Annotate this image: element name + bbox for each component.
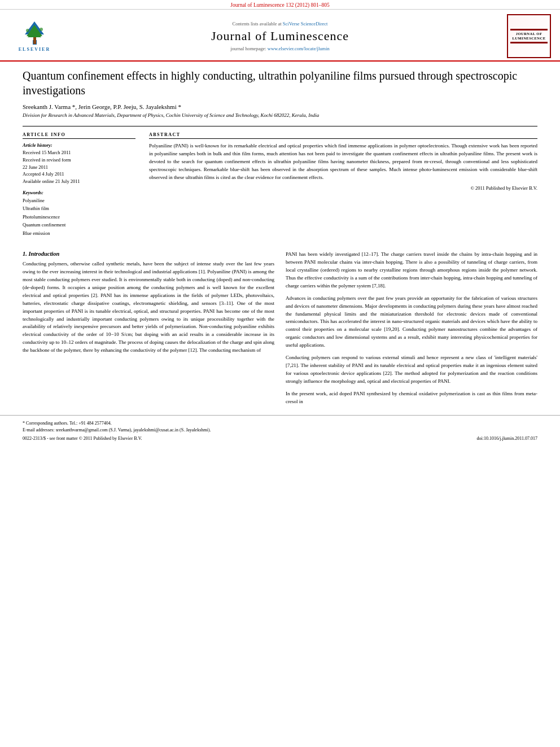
email-1: sreekanthvarma@gmail.com (S.J. Varma),: [56, 427, 133, 433]
keyword-4: Quantum confinement: [23, 221, 135, 229]
elsevier-logo: ELSEVIER: [9, 20, 60, 52]
footer-area: * Corresponding authors. Tel.: +91 484 2…: [0, 415, 560, 443]
paper-body: Quantum confinement effects in highly co…: [0, 62, 560, 244]
footnote-star: * Corresponding authors. Tel.: +91 484 2…: [23, 420, 537, 427]
footnote: * Corresponding authors. Tel.: +91 484 2…: [23, 420, 537, 434]
elsevier-name: ELSEVIER: [19, 47, 50, 52]
journal-homepage-link[interactable]: www.elsevier.com/locate/jlumin: [268, 46, 330, 51]
keyword-5: Blue emission: [23, 229, 135, 237]
article-title: Quantum confinement effects in highly co…: [23, 68, 537, 98]
journal-citation-bar: Journal of Luminescence 132 (2012) 801–8…: [0, 0, 560, 10]
intro-right-para-2: Advances in conducting polymers over the…: [286, 295, 537, 350]
journal-title: Journal of Luminescence: [60, 29, 500, 43]
accepted-date: Accepted 4 July 2011: [23, 171, 135, 178]
luminescence-badge: JOURNAL OF LUMINESCENCE: [507, 14, 551, 58]
intro-section-title: 1. Introduction: [23, 251, 274, 257]
abstract-body: Polyaniline (PANI) is well-known for its…: [149, 142, 537, 182]
email-label: E-mail addresses:: [23, 427, 55, 433]
received-revised-label: Received in revised form: [23, 156, 135, 164]
journal-homepage: journal homepage: www.elsevier.com/locat…: [60, 46, 500, 51]
article-info-col: ARTICLE INFO Article history: Received 1…: [23, 132, 135, 237]
intro-left-para-1: Conducting polymers, otherwise called sy…: [23, 260, 274, 355]
svg-rect-4: [33, 37, 36, 44]
badge-stripe-bottom: [510, 42, 548, 43]
badge-title: JOURNAL OF LUMINESCENCE: [512, 32, 545, 41]
email-line: E-mail addresses: sreekanthvarma@gmail.c…: [23, 427, 537, 434]
authors-line: Sreekanth J. Varma *, Jerin George, P.P.…: [23, 103, 537, 110]
sciverse-link[interactable]: SciVerse ScienceDirect: [283, 21, 328, 27]
sciverse-line: Contents lists available at SciVerse Sci…: [60, 21, 500, 27]
email-2: jayalekshmi@cusat.ac.in (S. Jayalekshmi)…: [133, 427, 211, 433]
abstract-col: ABSTRACT Polyaniline (PANI) is well-know…: [149, 132, 537, 237]
intro-right-para-3: Conducting polymers can respond to vario…: [286, 354, 537, 386]
abstract-header: ABSTRACT: [149, 132, 537, 139]
svg-point-6: [40, 28, 43, 31]
affiliation-line: Division for Research in Advanced Materi…: [23, 112, 537, 118]
elsevier-tree-icon: [19, 20, 50, 46]
svg-point-5: [26, 29, 29, 32]
journal-header: ELSEVIER Contents lists available at Sci…: [0, 10, 560, 62]
copyright-line: © 2011 Published by Elsevier B.V.: [149, 185, 537, 191]
article-info-abstract-section: ARTICLE INFO Article history: Received 1…: [23, 126, 537, 237]
keywords-label: Keywords:: [23, 190, 135, 195]
doi-line: doi:10.1016/j.jlumin.2011.07.017: [477, 436, 537, 441]
issn-line: 0022-2313/$ - see front matter © 2011 Pu…: [23, 436, 142, 441]
history-label: Article history:: [23, 142, 135, 148]
journal-badge-area: JOURNAL OF LUMINESCENCE: [500, 14, 551, 58]
keywords-list: Polyaniline Ultrathin film Photoluminesc…: [23, 196, 135, 237]
footer-bottom: 0022-2313/$ - see front matter © 2011 Pu…: [23, 436, 537, 441]
available-date: Available online 21 July 2011: [23, 178, 135, 185]
journal-title-area: Contents lists available at SciVerse Sci…: [60, 21, 500, 51]
authors-text: Sreekanth J. Varma *, Jerin George, P.P.…: [23, 103, 181, 110]
article-info-header: ARTICLE INFO: [23, 132, 135, 139]
journal-citation-text: Journal of Luminescence 132 (2012) 801–8…: [230, 2, 329, 8]
intro-right-col: PANI has been widely investigated [12–17…: [286, 251, 537, 410]
keyword-3: Photoluminescence: [23, 213, 135, 221]
revised-date: 22 June 2011: [23, 164, 135, 171]
intro-right-para-4: In the present work, acid doped PANI syn…: [286, 390, 537, 406]
intro-left-col: 1. Introduction Conducting polymers, oth…: [23, 251, 274, 410]
main-content-area: 1. Introduction Conducting polymers, oth…: [0, 244, 560, 410]
keyword-1: Polyaniline: [23, 196, 135, 204]
article-dates: Received 15 March 2011 Received in revis…: [23, 149, 135, 185]
keyword-2: Ultrathin film: [23, 204, 135, 212]
intro-right-para-1: PANI has been widely investigated [12–17…: [286, 251, 537, 290]
badge-stripe-top: [510, 29, 548, 30]
received-date: Received 15 March 2011: [23, 149, 135, 156]
